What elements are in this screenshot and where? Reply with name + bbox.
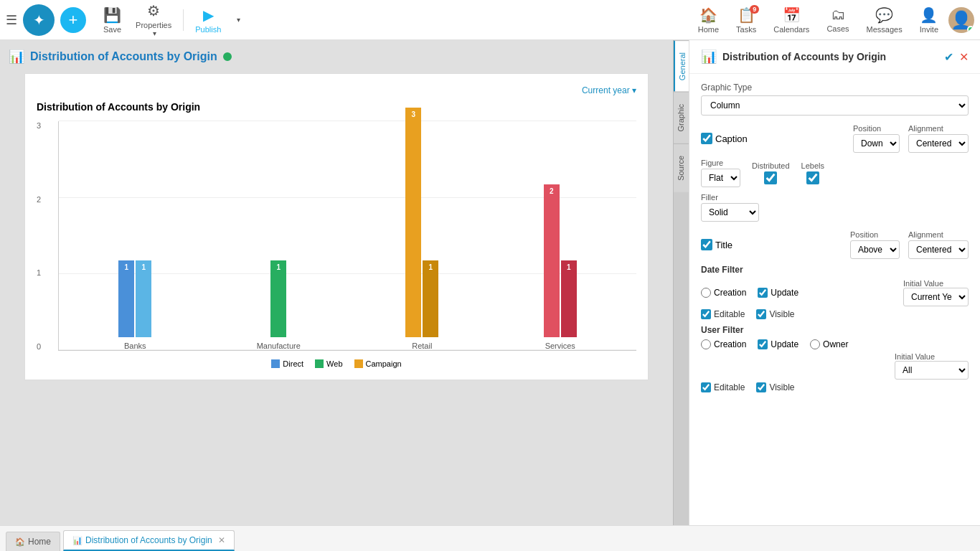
right-panel: 📊 Distribution of Accounts by Origin ✔ ✕…	[689, 40, 980, 525]
date-update-radio-label[interactable]: Update	[758, 288, 798, 298]
title-position-label: Position	[850, 230, 900, 239]
save-button[interactable]: 💾 Save	[98, 4, 127, 37]
labels-checkbox[interactable]	[806, 171, 819, 184]
panel-close-button[interactable]: ✕	[959, 50, 969, 64]
invite-icon: 👤	[920, 6, 938, 24]
bottom-tabs: 🏠 Home 📊 Distribution of Accounts by Ori…	[0, 525, 980, 551]
page-title-bar: 📊 Distribution of Accounts by Origin	[9, 49, 664, 65]
tab-chart-close-icon[interactable]: ✕	[218, 535, 225, 545]
status-dot	[223, 52, 232, 61]
user-owner-radio-label[interactable]: Owner	[810, 339, 848, 349]
title-position-select[interactable]: AboveBelow	[850, 240, 900, 259]
user-editable-label: Editable	[701, 382, 745, 392]
distributed-label: Distributed	[752, 161, 790, 170]
publish-dropdown-button[interactable]: ▾	[230, 13, 246, 27]
main-area: 📊 Distribution of Accounts by Origin Cur…	[0, 40, 980, 525]
graphic-type-label: Graphic Type	[701, 83, 969, 93]
date-visible-checkbox[interactable]	[756, 309, 766, 319]
labels-label: Lebels	[801, 161, 824, 170]
title-alignment-label: Alignment	[908, 230, 969, 239]
filler-label: Filler	[701, 193, 969, 202]
chart-container: Current year ▾ Distribution of Accounts …	[24, 73, 649, 380]
save-label: Save	[103, 25, 121, 34]
save-icon: 💾	[103, 6, 121, 24]
caption-checkbox[interactable]	[701, 133, 712, 144]
properties-icon: ⚙	[147, 2, 160, 19]
publish-button[interactable]: ▶ Publish	[189, 4, 227, 37]
chart-filter-row: Current year ▾	[37, 85, 636, 95]
avatar[interactable]: 👤	[948, 7, 974, 33]
nav-cases-button[interactable]: 🗂 Cases	[819, 4, 856, 36]
date-filter-button[interactable]: Current year ▾	[582, 85, 636, 95]
tab-graphic[interactable]: Graphic	[674, 92, 689, 143]
bar-services-2: 1	[561, 260, 577, 337]
user-visible-checkbox[interactable]	[756, 382, 766, 392]
date-creation-radio-label[interactable]: Creation	[701, 288, 746, 298]
user-owner-radio[interactable]	[810, 339, 820, 349]
legend-direct: Direct	[271, 359, 303, 368]
add-button[interactable]: +	[60, 7, 86, 33]
left-panel: 📊 Distribution of Accounts by Origin Cur…	[0, 40, 673, 525]
user-creation-radio[interactable]	[701, 339, 711, 349]
properties-dropdown-button[interactable]: ⚙ Properties ▾	[130, 0, 177, 40]
group-retail: 3 1 Retail	[405, 108, 438, 350]
group-services: 2 1 Services	[544, 184, 577, 350]
nav-right: 🏠 Home 9 📋 Tasks 📅 Calendars 🗂 Cases 💬 M…	[691, 4, 974, 37]
publish-icon: ▶	[203, 6, 214, 24]
hamburger-icon[interactable]: ☰	[6, 12, 17, 28]
chevron-down-icon-2: ▾	[237, 16, 240, 24]
panel-confirm-button[interactable]: ✔	[944, 50, 953, 64]
legend-dot-direct	[271, 359, 280, 368]
initial-value-select[interactable]: Current YeLast YearAll	[903, 288, 969, 306]
nav-actions: 💾 Save ⚙ Properties ▾ ▶ Publish ▾	[98, 0, 246, 40]
chart-groups: 1 1 Banks 1	[59, 121, 636, 350]
graphic-type-group: Graphic Type Column Bar Line Pie	[701, 83, 969, 116]
caption-alignment-select[interactable]: CenteredLeftRight	[908, 134, 969, 153]
tab-source[interactable]: Source	[674, 143, 689, 192]
user-editable-checkbox[interactable]	[701, 382, 711, 392]
tab-general[interactable]: General	[674, 40, 689, 92]
bar-banks-direct: 1	[118, 260, 134, 337]
date-update-checkbox[interactable]	[758, 288, 768, 298]
title-checkbox[interactable]	[701, 239, 712, 250]
bar-services-1: 2	[544, 184, 560, 337]
tab-chart-icon: 📊	[72, 536, 83, 545]
graphic-type-select[interactable]: Column Bar Line Pie	[701, 95, 969, 116]
date-creation-radio[interactable]	[701, 288, 711, 298]
caption-position-select[interactable]: DownUpLeftRight	[853, 134, 900, 153]
user-initial-value-select[interactable]: AllCurrent User	[895, 361, 969, 380]
y-axis: 0 1 2 3	[37, 121, 41, 351]
caption-position-label: Position	[853, 124, 900, 133]
logo-icon: ✦	[33, 11, 45, 29]
date-editable-checkbox[interactable]	[701, 309, 711, 319]
nav-home-button[interactable]: 🏠 Home	[691, 4, 726, 37]
title-alignment-select[interactable]: CenteredLeftRight	[908, 240, 969, 259]
tab-home[interactable]: 🏠 Home	[6, 532, 60, 551]
user-initial-value-label: Initial Value	[895, 352, 969, 361]
date-filter-section-title: Date Filter	[701, 265, 969, 275]
bar-manufacture-web: 1	[270, 260, 286, 337]
chart-title-icon: 📊	[9, 49, 24, 65]
logo-button[interactable]: ✦	[23, 4, 55, 36]
chart-legend: Direct Web Campaign	[37, 359, 636, 368]
filler-select[interactable]: SolidGradientNone	[701, 203, 759, 222]
filter-chevron-icon: ▾	[632, 85, 636, 95]
tab-chart[interactable]: 📊 Distribution of Accounts by Origin ✕	[63, 530, 235, 551]
bar-banks-web: 1	[136, 260, 151, 337]
chart-title: Distribution of Accounts by Origin	[37, 101, 636, 113]
nav-invite-button[interactable]: 👤 Invite	[913, 4, 946, 37]
right-panel-header: 📊 Distribution of Accounts by Origin ✔ ✕	[689, 40, 980, 74]
nav-tasks-button[interactable]: 9 📋 Tasks	[729, 4, 763, 37]
nav-messages-button[interactable]: 💬 Messages	[859, 4, 910, 37]
nav-calendars-button[interactable]: 📅 Calendars	[766, 4, 816, 37]
user-creation-radio-label[interactable]: Creation	[701, 339, 746, 349]
legend-web: Web	[315, 359, 342, 368]
user-update-radio-label[interactable]: Update	[758, 339, 798, 349]
chevron-down-icon: ▾	[153, 29, 156, 37]
distributed-checkbox[interactable]	[764, 171, 777, 184]
side-tabs: General Graphic Source	[673, 40, 689, 525]
figure-label: Figure	[701, 159, 740, 167]
user-update-checkbox[interactable]	[758, 339, 768, 349]
figure-select[interactable]: Flat3D	[701, 169, 740, 187]
top-nav: ☰ ✦ + 💾 Save ⚙ Properties ▾ ▶ Publish ▾ …	[0, 0, 980, 40]
